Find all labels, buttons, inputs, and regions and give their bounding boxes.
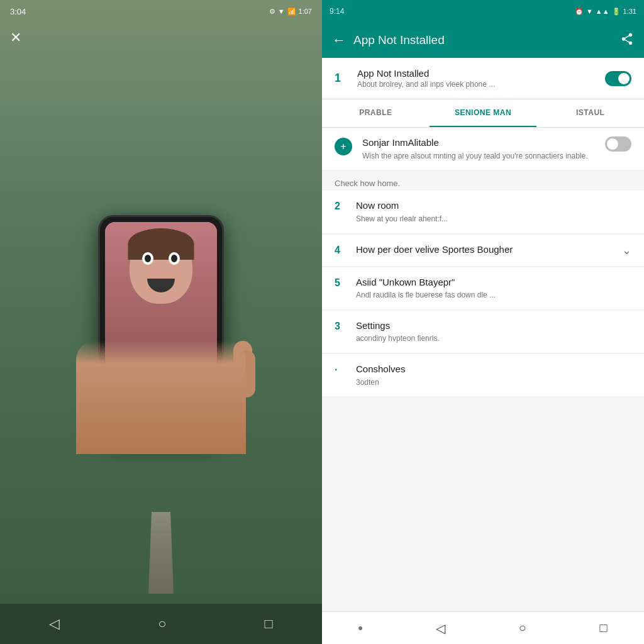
right-toolbar: ← App Not Installed xyxy=(322,23,644,58)
list-item-4-subtitle: 3odten xyxy=(356,377,631,388)
right-home-nav[interactable]: ○ xyxy=(519,621,526,635)
toolbar-back-button[interactable]: ← xyxy=(332,32,346,48)
list-item-4-title: Consholves xyxy=(356,363,631,375)
section-header: Check how home. xyxy=(322,171,644,191)
featured-toggle[interactable] xyxy=(605,136,631,152)
list-item-0-title: Now room xyxy=(356,199,631,212)
right-status-time2: 1:31 xyxy=(623,8,636,15)
right-panel: 9:14 ⏰ ▼ ▲▲ 🔋 1:31 ← App Not Installed 1… xyxy=(322,0,644,644)
hand-phone: No cayeto lns in cuide xyxy=(86,190,236,454)
app-info-toggle[interactable] xyxy=(605,71,631,86)
list-item-2-title: Asiid "Unkown Btayepr" xyxy=(356,276,631,289)
battery-icon: 🔋 xyxy=(612,8,621,16)
tab-istaul[interactable]: ISTAUL xyxy=(536,99,644,127)
left-panel: 3:04 ⚙ ▼ 📶 1:07 ✕ xyxy=(0,0,322,644)
right-recent-nav[interactable]: □ xyxy=(600,621,608,635)
chevron-down-icon: ⌄ xyxy=(622,243,631,257)
right-back-nav[interactable]: ◁ xyxy=(436,621,445,636)
left-top-bar: ✕ xyxy=(0,23,322,53)
list-item-4[interactable]: · Consholves 3odten xyxy=(322,354,644,397)
featured-content: Sonjar InmAlitable Wish the apre alsout … xyxy=(362,136,595,161)
list-item-1-number: 4 xyxy=(335,245,346,256)
list-item-0-number: 2 xyxy=(335,201,346,212)
toolbar-share-button[interactable] xyxy=(620,32,634,49)
list-item-2-subtitle: Andl raudila is fle buerese fas down dle… xyxy=(356,290,631,301)
tabs-row: PRABLE SENIONE MAN ISTAUL xyxy=(322,99,644,128)
top-time: 1:07 xyxy=(299,8,312,15)
list-item-1-right: ⌄ xyxy=(622,243,631,257)
signal-icon: 📶 xyxy=(287,8,296,16)
nav-dot xyxy=(358,626,362,630)
list-item-1[interactable]: 4 How per doer velive Sportes Bougher ⌄ xyxy=(322,235,644,267)
featured-list-item[interactable]: + Sonjar InmAlitable Wish the apre alsou… xyxy=(322,128,644,170)
app-info-row: 1 App Not Installed About broirey, and a… xyxy=(322,58,644,99)
list-item-3[interactable]: 3 Settings acondiny hvpteon fienrls. xyxy=(322,311,644,353)
list-item-3-title: Settings xyxy=(356,319,631,332)
plus-icon: + xyxy=(340,141,346,152)
alarm-icon: ⏰ xyxy=(575,8,584,16)
recent-nav-icon[interactable]: □ xyxy=(265,616,273,632)
settings-icon: ⚙ xyxy=(269,8,275,16)
left-status-bar: 3:04 ⚙ ▼ 📶 1:07 xyxy=(0,0,322,23)
list-item-2-content: Asiid "Unkown Btayepr" Andl raudila is f… xyxy=(356,276,631,301)
app-info-title: App Not Installed xyxy=(357,68,605,79)
toolbar-title: App Not Installed xyxy=(353,33,613,47)
tab-prable[interactable]: PRABLE xyxy=(322,99,430,127)
phone-scene: No cayeto lns in cuide xyxy=(13,50,309,594)
list-item-0-subtitle: Shew at you rlealr ahent:f... xyxy=(356,214,631,225)
featured-title: Sonjar InmAlitable xyxy=(362,136,595,149)
list-item-3-subtitle: acondiny hvpteon fienrls. xyxy=(356,333,631,344)
wifi-icon: ▼ xyxy=(278,8,285,15)
signal-icon-right: ▲▲ xyxy=(596,8,609,15)
list-item-2-number: 5 xyxy=(335,277,346,289)
right-status-icons: ⏰ ▼ ▲▲ 🔋 1:31 xyxy=(575,8,636,16)
left-status-icons: ⚙ ▼ 📶 1:07 xyxy=(269,8,312,16)
back-nav-icon[interactable]: ◁ xyxy=(49,616,60,632)
featured-icon-circle: + xyxy=(335,138,352,155)
right-status-bar: 9:14 ⏰ ▼ ▲▲ 🔋 1:31 xyxy=(322,0,644,23)
content-list: + Sonjar InmAlitable Wish the apre alsou… xyxy=(322,128,644,611)
tab-senione-man[interactable]: SENIONE MAN xyxy=(430,99,537,127)
app-info-number: 1 xyxy=(335,72,347,85)
wifi-icon-right: ▼ xyxy=(586,8,593,15)
right-status-time: 9:14 xyxy=(330,7,344,16)
list-item-0[interactable]: 2 Now room Shew at you rlealr ahent:f... xyxy=(322,191,644,233)
left-time: 3:04 xyxy=(10,7,26,16)
list-item-2[interactable]: 5 Asiid "Unkown Btayepr" Andl raudila is… xyxy=(322,267,644,310)
featured-subtitle: Wish the apre alsout mnting al youy teal… xyxy=(362,151,595,162)
list-item-3-content: Settings acondiny hvpteon fienrls. xyxy=(356,319,631,344)
list-item-1-content: How per doer velive Sportes Bougher xyxy=(356,243,612,256)
app-info-text: App Not Installed About broirey, and all… xyxy=(357,68,605,89)
list-item-1-title: How per doer velive Sportes Bougher xyxy=(356,243,612,256)
close-button[interactable]: ✕ xyxy=(10,30,21,46)
app-info-subtitle: About broirey, and all inps vleek phonе … xyxy=(357,80,605,89)
list-item-4-content: Consholves 3odten xyxy=(356,363,631,387)
list-item-4-number: · xyxy=(335,364,346,375)
list-item-3-number: 3 xyxy=(335,321,346,332)
right-bottom-nav: ◁ ○ □ xyxy=(322,611,644,644)
home-nav-icon[interactable]: ○ xyxy=(158,616,166,632)
left-bottom-nav: ◁ ○ □ xyxy=(0,604,322,644)
list-item-0-content: Now room Shew at you rlealr ahent:f... xyxy=(356,199,631,224)
